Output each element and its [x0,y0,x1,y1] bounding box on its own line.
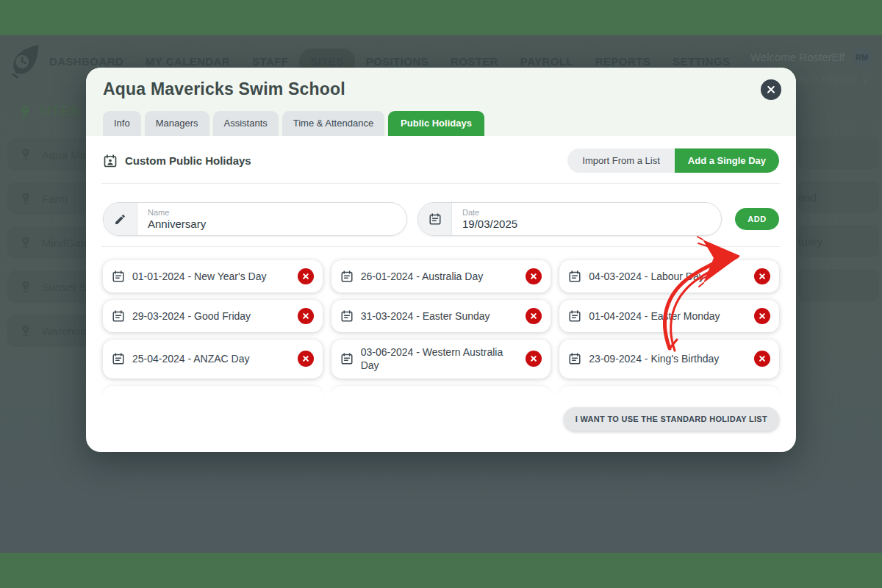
modal-tabs: InfoManagersAssistantsTime & AttendanceP… [103,111,779,136]
calendar-icon [112,309,125,323]
section-title: Custom Public Holidays [125,154,251,167]
name-input[interactable] [148,218,396,231]
feature-request-link[interactable]: Feature Request [787,74,870,85]
calendar-icon [568,309,581,323]
modal-tab[interactable]: Managers [145,111,209,136]
welcome-text: Welcome RosterElf [750,51,845,63]
holiday-card: 03-06-2024 - Western Australia Day [331,340,551,379]
holiday-label: 04-03-2024 - Labour Day [589,270,747,283]
holiday-card: 01-01-2024 - New Year's Day [103,260,323,293]
holiday-label: 01-01-2024 - New Year's Day [132,270,290,283]
delete-holiday-icon[interactable] [298,268,314,284]
holiday-label: 29-03-2024 - Good Friday [132,309,290,323]
delete-holiday-icon[interactable] [298,308,314,324]
location-pin-icon [19,324,32,337]
frame-top-band [0,0,882,35]
modal-tab[interactable]: Time & Attendance [282,111,384,136]
modal-title: Aqua Mavericks Swim School [103,79,779,99]
location-pin-icon [18,104,32,119]
delete-holiday-icon[interactable] [526,351,542,367]
location-pin-icon [19,280,32,293]
site-list-item-partial: tuary [798,225,879,257]
pencil-icon [104,203,137,235]
holiday-card: 04-03-2024 - Labour Day [559,260,779,293]
frame-bottom-band [0,553,882,588]
lightbulb-icon [860,74,870,85]
sites-page-title: SITES [18,104,79,119]
holiday-label: 03-06-2024 - Western Australia Day [361,345,519,373]
holiday-label: 23-09-2024 - King's Birthday [589,352,747,365]
holiday-card: 23-09-2024 - King's Birthday [559,340,779,379]
section-title-row: Custom Public Holidays [103,154,251,168]
holiday-card: 31-03-2024 - Easter Sunday [331,300,551,332]
holiday-card: 25-04-2024 - ANZAC Day [103,340,323,379]
holiday-card-partial [331,386,551,398]
delete-holiday-icon[interactable] [754,308,770,324]
modal-tab[interactable]: Info [103,111,141,136]
location-pin-icon [19,192,32,205]
user-avatar[interactable]: RM [852,47,872,67]
holiday-card-partial [559,386,779,398]
calendar-icon [340,309,354,323]
add-button[interactable]: ADD [735,208,779,230]
holiday-mode-toggle: Import From a List Add a Single Day [567,148,779,173]
calendar-icon [418,203,452,235]
site-list-item-partial: and [798,181,879,213]
calendar-icon [568,352,581,365]
close-icon[interactable] [761,79,781,100]
holiday-label: 01-04-2024 - Easter Monday [589,309,747,323]
name-field-label: Name [148,208,396,218]
use-standard-holiday-list-button[interactable]: I WANT TO USE THE STANDARD HOLIDAY LIST [564,407,779,431]
delete-holiday-icon[interactable] [526,268,542,284]
calendar-icon [340,352,354,365]
divider [101,183,781,184]
divider [101,246,781,247]
holiday-label: 26-01-2024 - Australia Day [361,270,519,283]
modal-header: Aqua Mavericks Swim School InfoManagersA… [86,68,796,136]
modal-body: Custom Public Holidays Import From a Lis… [86,136,796,441]
calendar-icon [340,270,354,283]
holiday-label: 25-04-2024 - ANZAC Day [132,352,290,365]
delete-holiday-icon[interactable] [754,268,770,284]
date-field-label: Date [462,208,711,218]
delete-holiday-icon[interactable] [298,351,314,367]
calendar-icon [112,270,125,283]
calendar-user-icon [103,154,118,168]
holiday-date-field[interactable]: Date [417,202,722,236]
holiday-label: 31-03-2024 - Easter Sunday [361,309,519,323]
site-list-item-partial [798,137,879,169]
holiday-name-field[interactable]: Name [103,202,407,236]
holiday-card: 01-04-2024 - Easter Monday [559,300,779,332]
import-from-list-button[interactable]: Import From a List [567,148,674,173]
date-input[interactable] [462,218,711,231]
holiday-card: 29-03-2024 - Good Friday [103,300,323,332]
page: DASHBOARDMY CALENDARSTAFFSITESPOSITIONSR… [0,0,882,588]
calendar-icon [112,352,125,365]
holiday-row-partial [103,386,779,398]
holiday-list: 01-01-2024 - New Year's Day 26-01-2024 -… [103,260,779,398]
location-pin-icon [19,148,32,161]
delete-holiday-icon[interactable] [754,351,770,367]
site-settings-modal: Aqua Mavericks Swim School InfoManagersA… [86,68,796,452]
holiday-card-partial [103,386,323,398]
site-list-item-partial [798,269,879,301]
calendar-icon [568,270,581,283]
modal-tab[interactable]: Public Holidays [388,111,484,136]
delete-holiday-icon[interactable] [526,308,542,324]
add-single-day-button[interactable]: Add a Single Day [675,148,779,173]
location-pin-icon [19,236,32,249]
modal-tab[interactable]: Assistants [213,111,279,136]
background-right-cards: and tuary [798,137,879,301]
holiday-card: 26-01-2024 - Australia Day [331,260,551,293]
